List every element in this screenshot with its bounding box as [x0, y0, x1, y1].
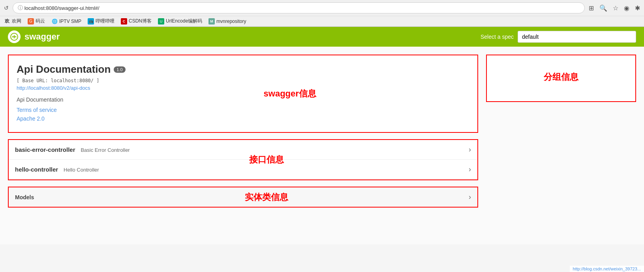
bookmark-csdn[interactable]: C CSDN博客 — [121, 18, 152, 25]
license-link[interactable]: Apache 2.0 — [17, 115, 469, 122]
swagger-logo: swagger — [8, 30, 60, 43]
bookmark-huan-icon: 欢 — [4, 18, 10, 25]
bookmark-muyun-icon: G — [28, 18, 34, 25]
bookmark-mvn-icon: M — [208, 18, 215, 25]
svg-point-4 — [15, 36, 17, 38]
bookmark-urlencode-icon: U — [158, 18, 164, 25]
swagger-logo-icon — [8, 30, 21, 43]
bookmark-bilibili-label: 哔哩哔哩 — [96, 18, 115, 25]
security-icon: ⓘ — [18, 4, 23, 11]
swagger-header: swagger Select a spec default — [0, 27, 644, 47]
models-title: Models — [15, 194, 34, 200]
controller-item-hello-left: hello-controller Hello Controller — [15, 166, 99, 173]
api-description: Api Documentation — [17, 96, 469, 103]
left-panel: Api Documentation 1.0 [ Base URL: localh… — [8, 55, 478, 236]
extensions-icon[interactable]: ✱ — [635, 4, 640, 12]
main-content: Api Documentation 1.0 [ Base URL: localh… — [0, 47, 644, 244]
bookmark-csdn-icon: C — [121, 18, 127, 25]
address-bar: ↺ ⓘ localhost:8080/swagger-ui.html#/ ⊞ 🔍… — [0, 0, 644, 16]
group-annotation-label: 分组信息 — [495, 71, 627, 83]
bookmark-mvn-label: mvnrepository — [216, 19, 246, 24]
controllers-box: basic-error-controller Basic Error Contr… — [8, 139, 478, 180]
bookmark-muyun-label: 码云 — [36, 18, 45, 25]
models-annotation: 实体类信息 — [245, 191, 288, 203]
controller-item-basic-error[interactable]: basic-error-controller Basic Error Contr… — [9, 140, 477, 160]
basic-error-controller-desc: Basic Error Controller — [81, 147, 130, 153]
bookmark-urlencode[interactable]: U UrlEncode编解码 — [158, 18, 202, 25]
browser-toolbar-icons: ⊞ 🔍 ☆ ◉ ✱ — [589, 4, 640, 12]
api-info-box: Api Documentation 1.0 [ Base URL: localh… — [8, 55, 478, 133]
address-url-bar[interactable]: ⓘ localhost:8080/swagger-ui.html#/ — [13, 2, 585, 13]
controller-item-basic-error-left: basic-error-controller Basic Error Contr… — [15, 146, 130, 153]
version-badge: 1.0 — [114, 66, 125, 73]
bookmark-iptv-icon: 🌐 — [51, 18, 58, 25]
browser-chrome: ↺ ⓘ localhost:8080/swagger-ui.html#/ ⊞ 🔍… — [0, 0, 644, 27]
zoom-icon[interactable]: 🔍 — [599, 4, 607, 12]
bookmark-urlencode-label: UrlEncode编解码 — [166, 18, 202, 25]
select-spec-label: Select a spec — [481, 34, 514, 40]
bookmark-iptv-label: IPTV SMP — [59, 19, 81, 24]
basic-error-controller-name: basic-error-controller — [15, 146, 75, 153]
bookmark-iptv[interactable]: 🌐 IPTV SMP — [51, 18, 81, 25]
group-annotation-box: 分组信息 — [486, 55, 636, 102]
bookmark-mvn[interactable]: M mvnrepository — [208, 18, 246, 25]
bookmark-csdn-label: CSDN博客 — [129, 18, 152, 25]
swagger-header-right: Select a spec default — [481, 31, 636, 43]
base-url: [ Base URL: localhost:8080/ ] — [17, 78, 469, 83]
url-text: localhost:8080/swagger-ui.html#/ — [24, 5, 100, 11]
bookmark-icon[interactable]: ☆ — [613, 4, 618, 12]
api-docs-link[interactable]: http://localhost:8080/v2/api-docs — [17, 85, 469, 91]
terms-of-service-link[interactable]: Terms of service — [17, 107, 469, 113]
profile-icon[interactable]: ◉ — [624, 4, 629, 12]
bookmark-huan-label: 欢网 — [12, 18, 21, 25]
bookmarks-bar: 欢 欢网 G 码云 🌐 IPTV SMP 📺 哔哩哔哩 C CSDN博客 U U… — [0, 16, 644, 26]
controller-item-hello[interactable]: hello-controller Hello Controller › — [9, 160, 477, 179]
bookmark-bilibili[interactable]: 📺 哔哩哔哩 — [88, 18, 115, 25]
api-title: Api Documentation 1.0 — [17, 63, 469, 76]
hello-controller-desc: Hello Controller — [64, 167, 99, 173]
swagger-title: swagger — [24, 32, 60, 42]
bookmark-huan[interactable]: 欢 欢网 — [4, 18, 21, 25]
bookmark-bilibili-icon: 📺 — [88, 18, 94, 25]
spec-select[interactable]: default — [518, 31, 636, 43]
models-chevron-icon: › — [469, 193, 471, 201]
right-panel: 分组信息 — [486, 55, 636, 236]
svg-point-3 — [12, 36, 13, 38]
translate-icon[interactable]: ⊞ — [589, 4, 594, 12]
reload-icon[interactable]: ↺ — [4, 5, 9, 11]
hello-controller-name: hello-controller — [15, 166, 58, 173]
models-box[interactable]: Models › 实体类信息 — [8, 187, 478, 208]
bookmark-muyun[interactable]: G 码云 — [28, 18, 45, 25]
basic-error-chevron-icon: › — [469, 145, 471, 154]
hello-chevron-icon: › — [469, 165, 471, 174]
api-title-text: Api Documentation — [17, 63, 111, 76]
